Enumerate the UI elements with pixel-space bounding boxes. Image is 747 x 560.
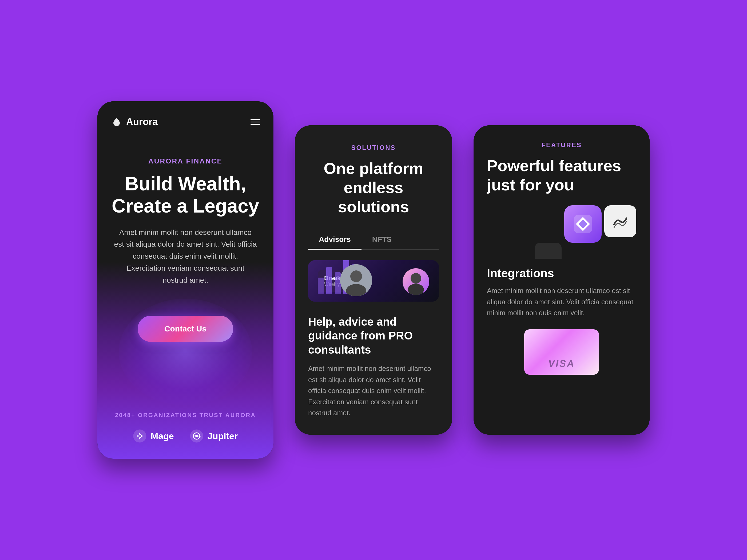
integration-icon-main	[564, 205, 601, 243]
mage-logo-icon	[133, 429, 147, 443]
tab-advisors[interactable]: Advisors	[308, 230, 361, 249]
integrations-section: Integrations Amet minim mollit non deser…	[487, 267, 636, 375]
bar-3	[335, 272, 341, 294]
jupiter-logo: Jupiter	[190, 429, 238, 443]
integration-icon-wave	[604, 205, 636, 237]
hero-description: Amet minim mollit non deserunt ullamco e…	[111, 227, 260, 286]
trust-text: 2048+ ORGANIZATIONS TRUST AURORA	[115, 412, 256, 419]
mage-label: Mage	[151, 431, 174, 441]
svg-point-8	[350, 270, 362, 282]
advisor-info: Help, advice and guidance from PRO consu…	[308, 312, 439, 421]
hamburger-line-3	[251, 124, 260, 125]
person-avatar-svg	[403, 268, 429, 295]
solutions-label: SOLUTIONS	[308, 144, 439, 152]
integrations-title: Integrations	[487, 267, 636, 280]
trust-logos: Mage Jupiter	[133, 429, 238, 443]
advisor-info-desc: Amet minim mollit non deserunt ullamco e…	[308, 363, 439, 419]
phone3-inner: FEATURES Powerful featuresjust for you	[473, 125, 650, 435]
jupiter-logo-icon	[190, 429, 203, 443]
hamburger-menu-icon[interactable]	[251, 119, 260, 125]
mage-logo: Mage	[133, 429, 174, 443]
visa-card: VISA	[524, 329, 599, 375]
svg-point-5	[411, 273, 421, 284]
integrations-desc: Amet minim mollit non deserunt ullamco e…	[487, 285, 636, 319]
phone1-logo: Aurora	[111, 116, 158, 128]
hamburger-line-1	[251, 119, 260, 120]
screens-container: Aurora AURORA FINANCE Build Wealth,Creat…	[76, 80, 671, 480]
integration-icon-half	[535, 243, 562, 259]
bar-1	[318, 277, 324, 294]
wave-icon	[611, 212, 629, 231]
advisor-avatar-svg	[340, 264, 372, 296]
phone-1: Aurora AURORA FINANCE Build Wealth,Creat…	[97, 101, 274, 459]
advisor-photo-left	[340, 264, 372, 296]
hamburger-line-2	[251, 122, 260, 123]
bar-2	[326, 267, 332, 294]
hero-title: Build Wealth,Create a Legacy	[111, 173, 260, 217]
advisor-info-title: Help, advice and guidance from PRO consu…	[308, 315, 439, 357]
phone1-trust: 2048+ ORGANIZATIONS TRUST AURORA Mage	[97, 412, 274, 459]
solutions-title: One platformendless solutions	[308, 159, 439, 216]
phone1-glow	[119, 299, 252, 405]
contact-button[interactable]: Contact Us	[138, 316, 233, 342]
phone2-inner: SOLUTIONS One platformendless solutions …	[295, 125, 452, 435]
features-title: Powerful featuresjust for you	[487, 156, 636, 195]
phone-2: SOLUTIONS One platformendless solutions …	[295, 125, 452, 435]
visa-text: VISA	[548, 358, 575, 369]
phone1-inner: Aurora AURORA FINANCE Build Wealth,Creat…	[97, 101, 274, 459]
diamond-icon	[572, 213, 594, 235]
jupiter-label: Jupiter	[208, 431, 238, 441]
svg-point-1	[133, 430, 146, 443]
aurora-logo-icon	[111, 116, 123, 128]
features-label: FEATURES	[487, 141, 636, 149]
advisor-card: Breakdown Weekly	[308, 260, 439, 301]
hero-subtitle: AURORA FINANCE	[111, 157, 260, 165]
phone1-nav: Aurora	[97, 101, 274, 136]
aurora-logo-text: Aurora	[126, 116, 158, 128]
tab-nfts[interactable]: NFTS	[361, 230, 402, 249]
phone1-hero: AURORA FINANCE Build Wealth,Create a Leg…	[97, 136, 274, 297]
integrations-icons	[487, 205, 636, 259]
phone-3: FEATURES Powerful featuresjust for you	[473, 125, 650, 435]
advisor-avatar-right	[403, 268, 429, 295]
svg-point-6	[408, 284, 424, 295]
tabs-row: Advisors NFTS	[308, 230, 439, 249]
